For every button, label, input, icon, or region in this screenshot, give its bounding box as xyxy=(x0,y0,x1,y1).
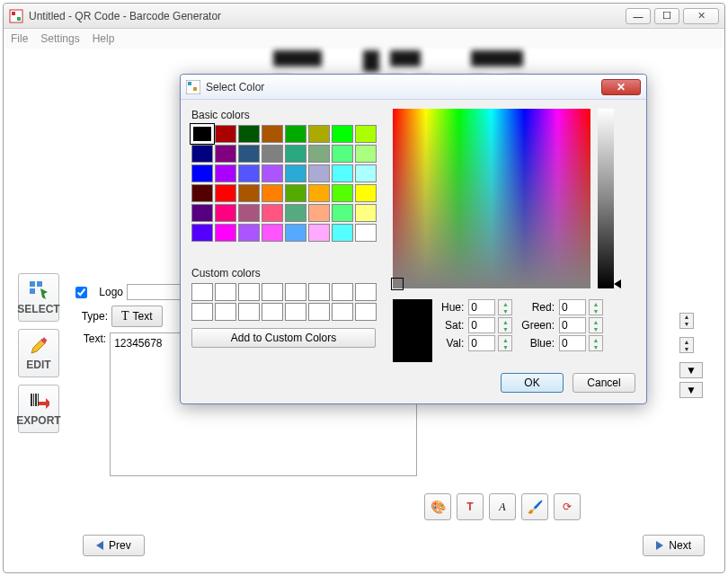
basic-swatch[interactable] xyxy=(262,184,283,202)
value-strip[interactable] xyxy=(598,109,614,288)
basic-swatch[interactable] xyxy=(191,184,213,202)
tab-export[interactable]: EXPORT xyxy=(18,385,59,433)
basic-swatch[interactable] xyxy=(308,204,330,222)
basic-swatch[interactable] xyxy=(332,125,353,143)
basic-swatch[interactable] xyxy=(215,204,236,222)
basic-swatch[interactable] xyxy=(355,145,377,163)
custom-swatch[interactable] xyxy=(238,303,260,321)
custom-swatch[interactable] xyxy=(355,283,377,301)
ok-button[interactable]: OK xyxy=(501,373,564,393)
basic-swatch[interactable] xyxy=(191,204,213,222)
basic-swatch[interactable] xyxy=(238,164,260,182)
basic-swatch[interactable] xyxy=(215,164,236,182)
basic-swatch[interactable] xyxy=(191,145,213,163)
green-input[interactable] xyxy=(559,317,586,333)
logo-checkbox[interactable] xyxy=(75,287,87,298)
blue-input[interactable] xyxy=(559,335,586,351)
custom-swatch[interactable] xyxy=(332,303,353,321)
hue-input[interactable] xyxy=(468,299,495,315)
val-input[interactable] xyxy=(468,335,495,351)
basic-swatch[interactable] xyxy=(332,204,353,222)
basic-swatch[interactable] xyxy=(308,184,330,202)
next-button[interactable]: Next xyxy=(643,535,705,556)
basic-swatch[interactable] xyxy=(215,184,236,202)
fill-icon[interactable]: 🖌️ xyxy=(521,493,548,520)
cancel-button[interactable]: Cancel xyxy=(573,373,635,393)
add-custom-colors-button[interactable]: Add to Custom Colors xyxy=(191,328,376,348)
basic-swatch[interactable] xyxy=(191,125,213,143)
basic-swatch[interactable] xyxy=(262,164,283,182)
basic-swatch[interactable] xyxy=(332,224,353,242)
combo-arrow-2[interactable]: ▼ xyxy=(679,382,703,398)
basic-swatch[interactable] xyxy=(238,224,260,242)
basic-swatch[interactable] xyxy=(285,224,306,242)
type-button[interactable]: T Text xyxy=(111,306,163,327)
palette-icon[interactable]: 🎨 xyxy=(424,493,451,520)
custom-swatch[interactable] xyxy=(308,283,330,301)
custom-swatch[interactable] xyxy=(191,303,213,321)
logo-input[interactable] xyxy=(127,284,181,300)
sat-input[interactable] xyxy=(468,317,495,333)
basic-swatch[interactable] xyxy=(308,224,330,242)
basic-swatch[interactable] xyxy=(332,164,353,182)
close-button[interactable]: ✕ xyxy=(683,8,719,24)
red-spinner[interactable]: ▲▼ xyxy=(589,299,603,315)
text-style-icon[interactable]: T xyxy=(457,493,484,520)
menu-file[interactable]: File xyxy=(11,32,28,45)
menu-settings[interactable]: Settings xyxy=(40,32,79,45)
combo-arrow-1[interactable]: ▼ xyxy=(679,362,703,378)
basic-swatch[interactable] xyxy=(285,164,306,182)
basic-swatch[interactable] xyxy=(215,125,236,143)
basic-swatch[interactable] xyxy=(355,184,377,202)
hue-spinner[interactable]: ▲▼ xyxy=(498,299,512,315)
custom-swatch[interactable] xyxy=(262,303,283,321)
basic-swatch[interactable] xyxy=(332,145,353,163)
basic-swatch[interactable] xyxy=(308,145,330,163)
dialog-close-button[interactable]: ✕ xyxy=(601,79,641,95)
spinner-2[interactable]: ▲▼ xyxy=(679,337,694,353)
basic-swatch[interactable] xyxy=(238,125,260,143)
val-spinner[interactable]: ▲▼ xyxy=(498,335,512,351)
custom-swatch[interactable] xyxy=(238,283,260,301)
basic-swatch[interactable] xyxy=(238,204,260,222)
custom-swatch[interactable] xyxy=(285,283,306,301)
custom-swatch[interactable] xyxy=(355,303,377,321)
basic-swatch[interactable] xyxy=(238,145,260,163)
red-input[interactable] xyxy=(559,299,586,315)
sat-spinner[interactable]: ▲▼ xyxy=(498,317,512,333)
basic-swatch[interactable] xyxy=(191,224,213,242)
basic-swatch[interactable] xyxy=(285,204,306,222)
basic-swatch[interactable] xyxy=(191,164,213,182)
basic-swatch[interactable] xyxy=(285,125,306,143)
custom-swatch[interactable] xyxy=(215,303,236,321)
tab-select[interactable]: SELECT xyxy=(18,273,59,322)
basic-swatch[interactable] xyxy=(238,184,260,202)
custom-swatch[interactable] xyxy=(262,283,283,301)
refresh-icon[interactable]: ⟳ xyxy=(554,493,581,520)
basic-swatch[interactable] xyxy=(262,125,283,143)
basic-swatch[interactable] xyxy=(285,184,306,202)
basic-swatch[interactable] xyxy=(262,224,283,242)
basic-swatch[interactable] xyxy=(332,184,353,202)
basic-swatch[interactable] xyxy=(262,145,283,163)
prev-button[interactable]: Prev xyxy=(83,535,145,556)
menu-help[interactable]: Help xyxy=(93,32,115,45)
custom-swatch[interactable] xyxy=(332,283,353,301)
blue-spinner[interactable]: ▲▼ xyxy=(589,335,603,351)
custom-swatch[interactable] xyxy=(191,283,213,301)
custom-swatch[interactable] xyxy=(308,303,330,321)
basic-swatch[interactable] xyxy=(215,145,236,163)
spinner-1[interactable]: ▲▼ xyxy=(679,313,694,329)
green-spinner[interactable]: ▲▼ xyxy=(589,317,603,333)
basic-swatch[interactable] xyxy=(308,125,330,143)
basic-swatch[interactable] xyxy=(355,224,377,242)
basic-swatch[interactable] xyxy=(262,204,283,222)
minimize-button[interactable]: — xyxy=(626,8,651,24)
basic-swatch[interactable] xyxy=(215,224,236,242)
custom-swatch[interactable] xyxy=(285,303,306,321)
font-icon[interactable]: A xyxy=(489,493,516,520)
custom-swatch[interactable] xyxy=(215,283,236,301)
basic-swatch[interactable] xyxy=(355,164,377,182)
maximize-button[interactable]: ☐ xyxy=(654,8,679,24)
basic-swatch[interactable] xyxy=(308,164,330,182)
